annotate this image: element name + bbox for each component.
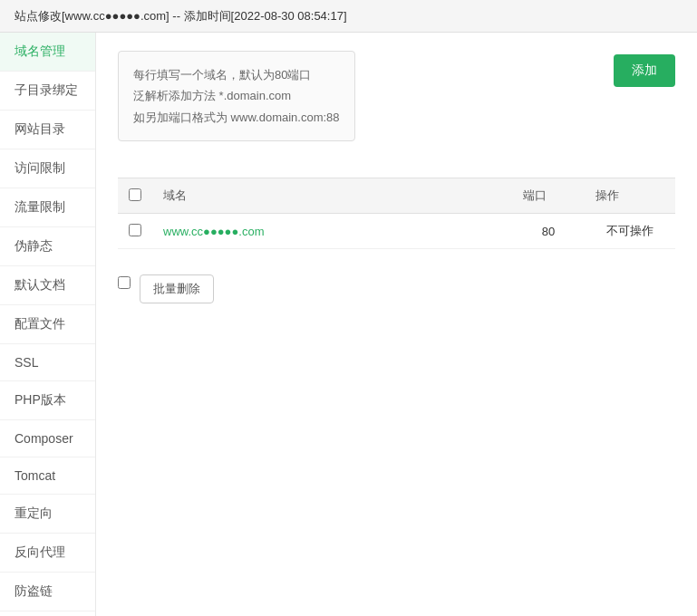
row-port: 80: [512, 214, 585, 249]
sidebar-item-config-file[interactable]: 配置文件: [0, 305, 95, 344]
th-port: 端口: [512, 178, 585, 214]
sidebar-item-php-version[interactable]: PHP版本: [0, 381, 95, 420]
sidebar-item-website-directory[interactable]: 网站目录: [0, 111, 95, 149]
batch-delete-button[interactable]: 批量删除: [140, 274, 214, 303]
hint-text: 泛解析添加方法 *.domain.com: [133, 85, 340, 106]
main-layout: 域名管理子目录绑定网站目录访问限制流量限制伪静态默认文档配置文件SSLPHP版本…: [0, 33, 697, 616]
sidebar-item-default-document[interactable]: 默认文档: [0, 266, 95, 305]
domain-link[interactable]: www.cc●●●●●.com: [163, 225, 265, 238]
sidebar-item-reverse-proxy[interactable]: 反向代理: [0, 534, 95, 573]
sidebar-item-tomcat[interactable]: Tomcat: [0, 457, 95, 495]
sidebar: 域名管理子目录绑定网站目录访问限制流量限制伪静态默认文档配置文件SSLPHP版本…: [0, 33, 96, 616]
row-checkbox-cell: [118, 214, 152, 249]
sidebar-item-redirect[interactable]: 重定向: [0, 495, 95, 534]
domain-table: 域名 端口 操作 www.cc●●●●●.com80不可操作: [118, 178, 675, 249]
row-checkbox[interactable]: [129, 224, 141, 236]
select-all-checkbox[interactable]: [129, 188, 141, 201]
sidebar-item-subdirectory-binding[interactable]: 子目录绑定: [0, 72, 95, 111]
row-domain: www.cc●●●●●.com: [152, 214, 512, 249]
th-domain: 域名: [152, 178, 512, 214]
add-button[interactable]: 添加: [614, 54, 675, 87]
table-header-row: 域名 端口 操作: [118, 178, 675, 214]
th-checkbox: [118, 178, 152, 214]
sidebar-item-traffic-restriction[interactable]: 流量限制: [0, 188, 95, 227]
sidebar-item-hotlink-protection[interactable]: 防盗链: [0, 573, 95, 611]
batch-delete-row: 批量删除: [118, 262, 675, 303]
sidebar-item-ssl[interactable]: SSL: [0, 344, 95, 381]
row-action: 不可操作: [585, 214, 675, 249]
main-content: 每行填写一个域名，默认为80端口泛解析添加方法 *.domain.com如另加端…: [96, 33, 697, 616]
title-text: 站点修改[www.cc●●●●●.com] -- 添加时间[2022-08-30…: [15, 8, 347, 24]
sidebar-item-domain-management[interactable]: 域名管理: [0, 33, 95, 72]
batch-delete-label: 批量删除: [153, 281, 200, 297]
hint-text: 如另加端口格式为 www.domain.com:88: [133, 107, 340, 128]
batch-checkbox[interactable]: [118, 276, 131, 289]
hint-text: 每行填写一个域名，默认为80端口: [133, 64, 340, 85]
table-row: www.cc●●●●●.com80不可操作: [118, 214, 675, 249]
sidebar-item-pseudo-static[interactable]: 伪静态: [0, 227, 95, 266]
title-bar: 站点修改[www.cc●●●●●.com] -- 添加时间[2022-08-30…: [0, 0, 697, 33]
top-area: 每行填写一个域名，默认为80端口泛解析添加方法 *.domain.com如另加端…: [118, 51, 675, 159]
th-action: 操作: [585, 178, 675, 214]
sidebar-item-website-log[interactable]: 网站日志: [0, 611, 95, 616]
hint-box: 每行填写一个域名，默认为80端口泛解析添加方法 *.domain.com如另加端…: [118, 51, 355, 141]
sidebar-item-composer[interactable]: Composer: [0, 420, 95, 457]
sidebar-item-access-restriction[interactable]: 访问限制: [0, 149, 95, 188]
